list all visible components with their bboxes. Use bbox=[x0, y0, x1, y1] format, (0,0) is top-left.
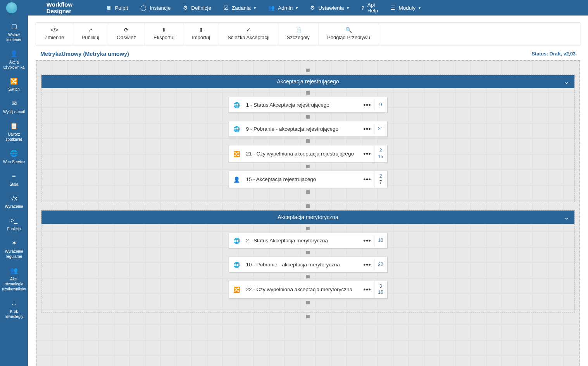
connector-dot[interactable] bbox=[40, 202, 576, 210]
nav-zadania[interactable]: ☑Zadania bbox=[219, 0, 260, 16]
step-link[interactable]: 15 bbox=[374, 154, 387, 160]
sidebar-item-parallel-step[interactable]: ⛬Krok równoległy bbox=[0, 295, 28, 323]
workflow-step[interactable]: 🔀21 - Czy wypełniona akceptacja rejestru… bbox=[229, 145, 388, 162]
toolbar-podglad[interactable]: 🔍Podgląd Przepływu bbox=[319, 23, 379, 45]
sidebar-item-expression[interactable]: √xWyrażenie bbox=[0, 191, 28, 213]
workflow-step[interactable]: 🔀22 - Czy wypełniona akceptacja merytory… bbox=[229, 281, 388, 298]
step-menu-button[interactable]: ••• bbox=[361, 286, 374, 293]
step-label: 1 - Status Akceptacja rejestrującego bbox=[245, 97, 361, 112]
connector-dot[interactable] bbox=[41, 162, 574, 171]
code-icon: </> bbox=[45, 27, 64, 33]
workflow-step[interactable]: 🌐9 - Pobranie - akceptacja rejestrująceg… bbox=[229, 121, 388, 137]
nav-api[interactable]: ?Api Help bbox=[357, 0, 383, 16]
step-link[interactable]: 22 bbox=[374, 262, 387, 268]
step-link[interactable]: 7 bbox=[374, 180, 387, 186]
step-menu-button[interactable]: ••• bbox=[361, 126, 374, 133]
connector-dot[interactable] bbox=[41, 137, 574, 145]
sidebar-item-regex[interactable]: ✶Wyrażenie regularne bbox=[0, 235, 28, 263]
toolbar-szczegoly[interactable]: 📄Szczegóły bbox=[278, 23, 319, 45]
stage-header[interactable]: Akceptacja merytoryczna⌄ bbox=[41, 211, 574, 224]
chevron-down-icon[interactable]: ⌄ bbox=[564, 214, 569, 221]
nav-label: Admin bbox=[278, 5, 293, 11]
connector-dot[interactable] bbox=[41, 273, 574, 281]
step-link[interactable]: 10 bbox=[374, 238, 387, 244]
step-link[interactable]: 16 bbox=[374, 290, 387, 296]
step-link[interactable]: 21 bbox=[374, 126, 387, 132]
nav-admin[interactable]: 👥Admin bbox=[264, 0, 302, 16]
sidebar-item-label: Krok równoległy bbox=[5, 309, 23, 319]
step-menu-button[interactable]: ••• bbox=[361, 150, 374, 157]
nav-ustawienia[interactable]: ⚙Ustawienia bbox=[305, 0, 353, 16]
document-status: Status: Draft, v2,03 bbox=[532, 51, 576, 57]
connector-dot[interactable] bbox=[40, 312, 576, 321]
toolbar-sciezka[interactable]: ✓Scieżka Akceptacji bbox=[219, 23, 278, 45]
upload-icon: ⬆ bbox=[192, 27, 210, 33]
connector-dot[interactable] bbox=[40, 66, 576, 74]
connector-dot[interactable] bbox=[41, 188, 574, 196]
sidebar-item-function[interactable]: >_Funkcja bbox=[0, 213, 28, 235]
sidebar-item-switch[interactable]: 🔀Switch bbox=[0, 74, 28, 96]
toolbar-eksportuj[interactable]: ⬇Eksportuj bbox=[145, 23, 183, 45]
workflow-canvas[interactable]: Akceptacja rejestrującego⌄🌐1 - Status Ak… bbox=[36, 60, 580, 366]
toolbar-importuj[interactable]: ⬆Importuj bbox=[183, 23, 219, 45]
sidebar-item-label: Switch bbox=[8, 87, 19, 92]
stage-title: Akceptacja merytoryczna bbox=[278, 214, 338, 220]
sidebar-item-const[interactable]: =Stała bbox=[0, 168, 28, 191]
globe-icon: 🌐 bbox=[229, 262, 245, 268]
sidebar-item-email[interactable]: ✉Wyślij e-mail bbox=[0, 96, 28, 118]
nav-instancje[interactable]: ◯Instancje bbox=[136, 0, 175, 16]
stage-header[interactable]: Akceptacja rejestrującego⌄ bbox=[41, 75, 574, 88]
step-link[interactable]: 9 bbox=[374, 102, 387, 108]
check-icon: ☑ bbox=[224, 5, 229, 11]
step-menu-button[interactable]: ••• bbox=[361, 102, 374, 109]
nav-pulpit[interactable]: 🖥Pulpit bbox=[102, 0, 133, 16]
toolbar-odswiez[interactable]: ⟳Odśwież bbox=[108, 23, 145, 45]
workflow-step[interactable]: 🌐2 - Status Akceptacja merytoryczna•••10 bbox=[229, 233, 388, 249]
toolbar-publikuj[interactable]: ↗Publikuj bbox=[73, 23, 109, 45]
connector-dot[interactable] bbox=[41, 113, 574, 121]
refresh-icon: ⟳ bbox=[117, 27, 136, 33]
sidebar-item-webservice[interactable]: 🌐Web Service bbox=[0, 146, 28, 168]
chevron-down-icon[interactable]: ⌄ bbox=[564, 78, 569, 85]
step-link[interactable]: 3 bbox=[374, 283, 387, 290]
sidebar-item-container[interactable]: ▢Wstaw kontener bbox=[0, 19, 28, 46]
sidebar-item-label: Utwórz spotkanie bbox=[6, 132, 22, 142]
connector-dot[interactable] bbox=[41, 224, 574, 233]
sqrt-icon: √x bbox=[1, 195, 27, 203]
circle-icon: ◯ bbox=[140, 5, 147, 11]
connector-dot[interactable] bbox=[41, 249, 574, 257]
step-menu-button[interactable]: ••• bbox=[361, 237, 374, 244]
logo-wrap bbox=[0, 2, 23, 13]
workflow-step[interactable]: 🌐10 - Pobranie - akceptacja merytoryczna… bbox=[229, 257, 388, 273]
step-link[interactable]: 2 bbox=[374, 173, 387, 180]
connector-dot[interactable] bbox=[41, 89, 574, 97]
toolbar-label: Podgląd Przepływu bbox=[327, 35, 370, 40]
step-menu-button[interactable]: ••• bbox=[361, 261, 374, 268]
globe-icon: 🌐 bbox=[229, 102, 245, 108]
sidebar-item-label: Wyrażenie bbox=[5, 204, 23, 209]
sidebar-item-parallel-users[interactable]: 👥Akc. równoległa użytkowników bbox=[0, 263, 28, 295]
toolbar-label: Scieżka Akceptacji bbox=[228, 35, 269, 40]
step-label: 9 - Pobranie - akceptacja rejestrującego bbox=[245, 121, 361, 136]
sidebar-item-label: Wstaw kontener bbox=[7, 33, 22, 42]
step-label: 21 - Czy wypełniona akceptacja rejestruj… bbox=[245, 146, 361, 161]
nav-moduly[interactable]: ☰Moduły bbox=[386, 0, 425, 16]
sidebar-item-user-action[interactable]: 👤Akcja użytkownika bbox=[0, 46, 28, 74]
sidebar-item-meeting[interactable]: 📋Utwórz spotkanie bbox=[0, 118, 28, 146]
nav-definicje[interactable]: ⚙Definicje bbox=[178, 0, 216, 16]
toolbar-zmienne[interactable]: </>Zmienne bbox=[36, 23, 73, 45]
step-menu-button[interactable]: ••• bbox=[361, 176, 374, 183]
check-icon: ✓ bbox=[228, 27, 269, 33]
toolbar-label: Szczegóły bbox=[287, 35, 310, 40]
envelope-icon: ✉ bbox=[1, 100, 27, 108]
workflow-step[interactable]: 🌐1 - Status Akceptacja rejestrującego•••… bbox=[229, 97, 388, 113]
main-content: </>Zmienne ↗Publikuj ⟳Odśwież ⬇Eksportuj… bbox=[28, 16, 588, 366]
stage-title: Akceptacja rejestrującego bbox=[277, 78, 339, 85]
workflow-step[interactable]: 👤15 - Akceptacja rejestrującego•••27 bbox=[229, 171, 388, 188]
nav-label: Ustawienia bbox=[318, 5, 344, 11]
connector-dot[interactable] bbox=[41, 299, 574, 307]
document-header: MetrykaUmowy (Metryka umowy) Status: Dra… bbox=[36, 45, 580, 60]
nav-items: 🖥Pulpit ◯Instancje ⚙Definicje ☑Zadania 👥… bbox=[102, 0, 588, 16]
step-link[interactable]: 2 bbox=[374, 148, 387, 154]
file-icon: 📄 bbox=[287, 27, 310, 33]
